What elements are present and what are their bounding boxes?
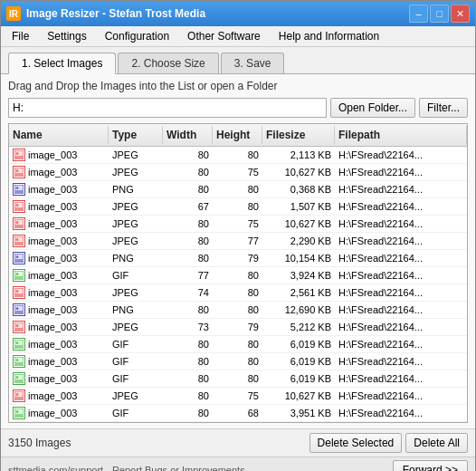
- file-type-icon: [13, 183, 25, 196]
- svg-point-11: [16, 204, 19, 207]
- svg-point-26: [16, 290, 19, 293]
- svg-rect-40: [15, 380, 23, 382]
- menu-configuration[interactable]: Configuration: [98, 28, 176, 44]
- col-name: Name: [9, 126, 109, 144]
- svg-rect-31: [15, 328, 23, 331]
- table-cell: 80: [163, 233, 213, 249]
- table-cell: 0,368 KB: [262, 181, 335, 197]
- svg-rect-25: [15, 293, 23, 296]
- cell-name: image_003: [9, 198, 109, 215]
- table-cell: 79: [213, 319, 262, 335]
- table-cell: 68: [213, 405, 262, 421]
- table-cell: 10,154 KB: [262, 250, 335, 266]
- tab-save[interactable]: 3. Save: [221, 53, 285, 73]
- svg-point-2: [16, 152, 19, 155]
- col-height: Height: [213, 126, 262, 144]
- table-row[interactable]: image_003JPEG807510,627 KBH:\FSread\2216…: [9, 388, 467, 405]
- table-cell: H:\FSread\22164...: [335, 164, 467, 180]
- table-cell: 74: [163, 284, 213, 301]
- cell-name: image_003: [9, 181, 109, 197]
- table-cell: 80: [213, 336, 262, 352]
- table-cell: JPEG: [109, 319, 163, 335]
- table-row[interactable]: image_003JPEG74802,561 KBH:\FSread\22164…: [9, 284, 467, 302]
- table-row[interactable]: image_003GIF80806,019 KBH:\FSread\22164.…: [9, 353, 467, 370]
- minimize-button[interactable]: –: [409, 5, 428, 23]
- forward-button[interactable]: Forward >>: [393, 460, 468, 471]
- table-cell: 6,019 KB: [262, 336, 335, 352]
- table-cell: H:\FSread\22164...: [335, 405, 467, 421]
- table-header: Name Type Width Height Filesize Filepath: [9, 124, 467, 147]
- table-row[interactable]: image_003GIF77803,924 KBH:\FSread\22164.…: [9, 267, 467, 284]
- table-cell: 80: [163, 147, 213, 163]
- table-row[interactable]: image_003GIF80683,951 KBH:\FSread\22164.…: [9, 405, 467, 422]
- table-cell: GIF: [109, 353, 163, 370]
- table-cell: GIF: [109, 405, 163, 421]
- tabs-bar: 1. Select Images 2. Choose Size 3. Save: [1, 47, 475, 74]
- delete-selected-button[interactable]: Delete Selected: [309, 433, 403, 453]
- svg-rect-46: [15, 414, 23, 417]
- table-cell: 77: [213, 233, 262, 249]
- table-row[interactable]: image_003JPEG80772,290 KBH:\FSread\22164…: [9, 233, 467, 250]
- svg-point-5: [16, 169, 19, 172]
- table-row[interactable]: image_003JPEG807510,627 KBH:\FSread\2216…: [9, 216, 467, 233]
- table-row[interactable]: image_003GIF80806,019 KBH:\FSread\22164.…: [9, 370, 467, 388]
- table-cell: 80: [163, 353, 213, 370]
- cell-name: image_003: [9, 267, 109, 284]
- svg-rect-10: [15, 207, 23, 210]
- hint-text: Drag and Drop the Images into the List o…: [8, 80, 468, 92]
- delete-all-button[interactable]: Delete All: [405, 433, 468, 453]
- file-table: Name Type Width Height Filesize Filepath…: [8, 123, 468, 423]
- menu-file[interactable]: File: [5, 28, 36, 44]
- col-filepath: Filepath: [335, 126, 467, 144]
- table-cell: H:\FSread\22164...: [335, 250, 467, 266]
- file-type-icon: [13, 217, 25, 230]
- filter-button[interactable]: Filter...: [419, 98, 468, 118]
- table-row[interactable]: image_003GIF80806,019 KBH:\FSread\22164.…: [9, 336, 467, 353]
- table-cell: 2,561 KB: [262, 284, 335, 301]
- cell-name: image_003: [9, 164, 109, 180]
- svg-point-14: [16, 221, 19, 224]
- table-cell: GIF: [109, 267, 163, 284]
- main-window: IR Image Resizer - Stefan Trost Media – …: [0, 0, 476, 471]
- svg-rect-22: [15, 276, 23, 279]
- table-cell: 80: [163, 302, 213, 318]
- table-cell: JPEG: [109, 216, 163, 232]
- svg-point-47: [16, 410, 19, 413]
- svg-point-44: [16, 393, 19, 396]
- title-bar-left: IR Image Resizer - Stefan Trost Media: [6, 6, 205, 21]
- table-row[interactable]: image_003JPEG73795,212 KBH:\FSread\22164…: [9, 319, 467, 336]
- path-input[interactable]: [8, 98, 327, 118]
- table-cell: 80: [163, 370, 213, 387]
- svg-point-17: [16, 238, 19, 241]
- cell-name: image_003: [9, 284, 109, 301]
- table-cell: 3,951 KB: [262, 405, 335, 421]
- table-cell: 80: [213, 370, 262, 387]
- table-cell: 80: [213, 284, 262, 301]
- table-cell: H:\FSread\22164...: [335, 267, 467, 284]
- cell-name: image_003: [9, 147, 109, 163]
- table-row[interactable]: image_003JPEG807510,627 KBH:\FSread\2216…: [9, 164, 467, 181]
- svg-point-8: [16, 187, 19, 189]
- path-row: Open Folder... Filter...: [8, 98, 468, 118]
- file-type-icon: [13, 355, 25, 368]
- table-body: image_003JPEG80802,113 KBH:\FSread\22164…: [9, 147, 467, 422]
- menu-settings[interactable]: Settings: [40, 28, 93, 44]
- tab-select-images[interactable]: 1. Select Images: [8, 53, 116, 74]
- tab-choose-size[interactable]: 2. Choose Size: [118, 53, 218, 73]
- table-row[interactable]: image_003JPEG67801,507 KBH:\FSread\22164…: [9, 198, 467, 216]
- table-row[interactable]: image_003PNG80800,368 KBH:\FSread\22164.…: [9, 181, 467, 198]
- menu-other-software[interactable]: Other Software: [180, 28, 268, 44]
- table-cell: 80: [213, 147, 262, 163]
- menu-help[interactable]: Help and Information: [271, 28, 386, 44]
- table-row[interactable]: image_003PNG808012,690 KBH:\FSread\22164…: [9, 302, 467, 319]
- support-link[interactable]: sttmedia.com/support - Report Bugs or Im…: [8, 465, 245, 471]
- table-cell: 80: [163, 216, 213, 232]
- open-folder-button[interactable]: Open Folder...: [330, 98, 415, 118]
- maximize-button[interactable]: □: [430, 5, 449, 23]
- file-type-icon: [13, 149, 25, 161]
- table-row[interactable]: image_003PNG807910,154 KBH:\FSread\22164…: [9, 250, 467, 267]
- table-row[interactable]: image_003JPEG80802,113 KBH:\FSread\22164…: [9, 147, 467, 164]
- file-type-icon: [13, 286, 25, 299]
- close-button[interactable]: ✕: [451, 5, 470, 23]
- table-cell: 80: [163, 388, 213, 404]
